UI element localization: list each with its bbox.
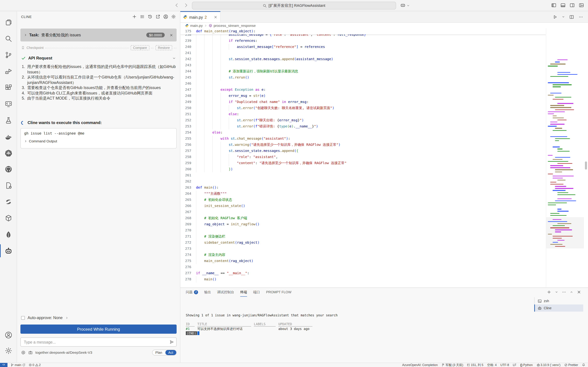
- code-line: 276: [180, 264, 546, 270]
- new-terminal-icon[interactable]: [547, 290, 551, 294]
- split-editor-icon[interactable]: [569, 14, 574, 19]
- activity-bar-item-search[interactable]: [0, 31, 17, 47]
- run-python-file-icon[interactable]: [553, 14, 557, 19]
- breadcrumb-symbol[interactable]: process_stream_response: [214, 24, 256, 27]
- window-title: [扩展开发宿主] RAGFlowAssistant: [268, 3, 325, 8]
- task-card[interactable]: Task: 查看分配给我的 issues $0.0000: [20, 29, 177, 42]
- status-notifications[interactable]: [582, 363, 585, 367]
- layout-panel-icon[interactable]: [561, 3, 566, 8]
- terminal-cell: 可以支持不选择知识库进行对话: [197, 326, 251, 331]
- activity-bar-item-settings[interactable]: [0, 343, 17, 359]
- activity-bar-item-testing[interactable]: [0, 112, 17, 128]
- breadcrumb[interactable]: main.py process_stream_response: [180, 23, 588, 28]
- remote-indicator[interactable]: [0, 363, 8, 367]
- activity-bar-item-cline[interactable]: [0, 243, 17, 259]
- panel-tab-输出[interactable]: 输出: [204, 288, 211, 297]
- layout-secondary-icon[interactable]: [570, 3, 575, 8]
- screenshot-icon[interactable]: [28, 350, 33, 355]
- api-request-header[interactable]: API Request: [21, 56, 176, 60]
- terminal-dropdown-icon[interactable]: [555, 291, 558, 294]
- more-actions-icon[interactable]: [579, 14, 583, 19]
- status-python-interpreter[interactable]: 3.10.9 ('.venv'): [536, 363, 561, 367]
- sticky-scroll-line[interactable]: 175def main_content(rag_object):: [180, 28, 546, 34]
- settings-icon[interactable]: [171, 14, 176, 19]
- plan-mode-button[interactable]: Plan: [152, 350, 165, 355]
- activity-bar-item-cmake-tools[interactable]: [0, 177, 17, 194]
- branch-indicator[interactable]: main: [10, 363, 25, 367]
- checkpoint-restore-button[interactable]: Restore: [156, 45, 172, 50]
- status-language-mode[interactable]: {}Python: [520, 363, 533, 367]
- status-encoding[interactable]: UTF-8: [500, 363, 509, 367]
- panel-tab-PROMPT FLOW[interactable]: PROMPT FLOW: [266, 288, 291, 297]
- run-dropdown-icon[interactable]: [562, 15, 565, 18]
- status-eol[interactable]: LF: [513, 363, 516, 367]
- breadcrumb-file[interactable]: main.py: [190, 24, 203, 27]
- navigate-back-icon[interactable]: [174, 3, 179, 8]
- model-label[interactable]: together:deepseek-ai/DeepSeek-V3: [35, 350, 92, 354]
- status-cursor-position[interactable]: 行 151, 列 5: [467, 363, 483, 367]
- auto-approve-checkbox[interactable]: [21, 316, 25, 320]
- status-prettier[interactable]: Prettier: [564, 363, 578, 367]
- list-text: 由于当前是ACT MODE，可以直接执行相关命令: [27, 96, 110, 100]
- panel-tab-问题[interactable]: 问题2: [186, 288, 198, 297]
- mcp-servers-icon[interactable]: [140, 14, 145, 19]
- minimap-line: [548, 82, 569, 83]
- close-panel-icon[interactable]: [577, 290, 581, 294]
- tab-main-py[interactable]: main.py 2: [180, 11, 221, 22]
- close-task-icon[interactable]: [169, 33, 173, 37]
- activity-bar-item-run-debug[interactable]: [0, 63, 17, 80]
- open-in-editor-icon[interactable]: [156, 14, 160, 19]
- chevron-down-icon[interactable]: [172, 56, 176, 60]
- activity-bar-item-extensions[interactable]: [0, 80, 17, 96]
- panel-more-actions-icon[interactable]: [562, 290, 566, 294]
- activity-bar-item-kubernetes[interactable]: [0, 145, 17, 161]
- activity-bar-item-source-control[interactable]: [0, 47, 17, 63]
- activity-bar-item-package-explorer[interactable]: [0, 210, 17, 226]
- mention-icon[interactable]: [21, 350, 26, 355]
- maximize-panel-icon[interactable]: [570, 291, 573, 294]
- new-task-icon[interactable]: [132, 14, 137, 19]
- scrollbar-thumb[interactable]: [585, 161, 587, 170]
- command-center-search[interactable]: [扩展开发宿主] RAGFlowAssistant: [192, 2, 396, 9]
- line-number: 276: [180, 264, 196, 270]
- layout-custom-icon[interactable]: [579, 3, 584, 8]
- checkpoint-compare-button[interactable]: Compare: [131, 45, 149, 50]
- code-text: def main():: [196, 184, 219, 191]
- status-azure-openai[interactable]: AzureOpenAI: Completion: [402, 363, 438, 367]
- act-mode-button[interactable]: Act: [165, 350, 176, 355]
- activity-bar-item-accounts[interactable]: [0, 327, 17, 343]
- panel-tab-端口[interactable]: 端口: [253, 288, 260, 297]
- history-icon[interactable]: [148, 14, 152, 19]
- activity-bar-item-sonarlint[interactable]: [0, 194, 17, 210]
- activity-bar-item-docker[interactable]: [0, 128, 17, 145]
- panel-tab-终端[interactable]: 终端: [240, 288, 247, 297]
- command-output-toggle[interactable]: Command Output: [24, 139, 173, 143]
- minimap[interactable]: [546, 28, 584, 287]
- plan-act-toggle[interactable]: Plan Act: [152, 350, 177, 355]
- terminal-output[interactable]: Showing 1 of 1 issue in wang-junjian/RAG…: [186, 313, 530, 363]
- navigate-forward-icon[interactable]: [183, 3, 189, 8]
- account-icon[interactable]: [163, 14, 168, 19]
- panel-tab-调试控制台[interactable]: 调试控制台: [217, 288, 234, 297]
- minimap-line: [548, 155, 553, 156]
- line-number: 248: [180, 93, 196, 99]
- message-input[interactable]: [20, 337, 177, 347]
- activity-bar-item-explorer[interactable]: [0, 14, 17, 31]
- activity-bar-item-github[interactable]: [0, 161, 17, 177]
- terminal-list-item-zsh[interactable]: zsh: [535, 297, 583, 304]
- chevron-right-icon[interactable]: [65, 316, 68, 319]
- layout-sidebar-icon[interactable]: [551, 3, 556, 8]
- code-text: assistant_message["reference"] = referen…: [196, 44, 325, 50]
- code-editor[interactable]: 238assistant_message = {"role": "assista…: [180, 28, 588, 287]
- copilot-menu[interactable]: [400, 3, 410, 8]
- activity-bar-item-mongodb[interactable]: [0, 226, 17, 243]
- editor-scrollbar[interactable]: [584, 28, 588, 287]
- status-indentation[interactable]: 空格: 4: [487, 363, 497, 367]
- send-icon[interactable]: [169, 340, 174, 344]
- close-tab-icon[interactable]: [214, 15, 217, 19]
- proceed-while-running-button[interactable]: Proceed While Running: [20, 325, 177, 334]
- status-milestone[interactable]: 军舰 (3 天前): [441, 363, 463, 367]
- terminal-list-item-cline[interactable]: Cline: [535, 304, 583, 312]
- problems-indicator[interactable]: 0 2: [28, 363, 41, 367]
- activity-bar-item-remote-explorer[interactable]: [0, 96, 17, 112]
